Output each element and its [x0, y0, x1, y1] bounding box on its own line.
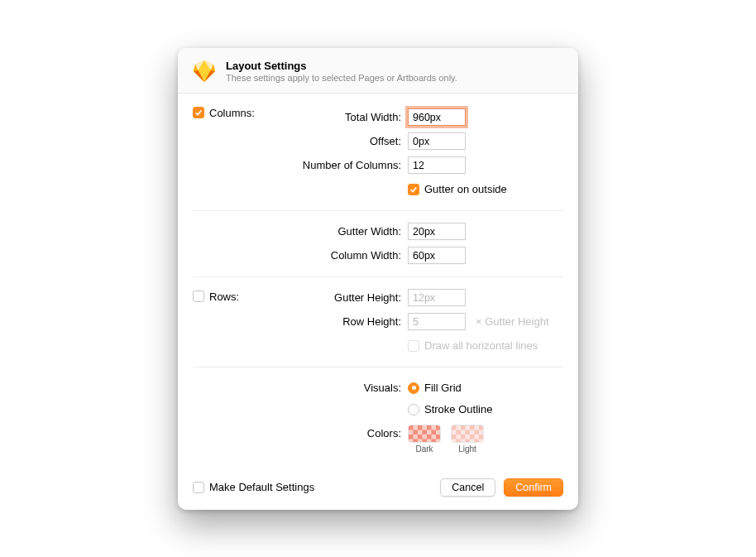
sketch-icon [191, 58, 218, 84]
num-columns-input[interactable] [408, 156, 466, 174]
dark-color-swatch[interactable] [408, 425, 441, 443]
layout-settings-sheet: Layout Settings These settings apply to … [178, 48, 578, 510]
dark-swatch-label: Dark [415, 444, 433, 454]
stroke-outline-label: Stroke Outline [424, 403, 492, 415]
row-height-input[interactable] [408, 313, 466, 330]
column-dims-section: Gutter Width: Column Width: [193, 210, 563, 276]
rows-section: Rows: Gutter Height: Row Height: × Gutte… [193, 276, 563, 367]
sheet-title: Layout Settings [226, 60, 457, 72]
light-swatch-label: Light [458, 444, 476, 454]
gutter-outside-label: Gutter on outside [424, 183, 507, 195]
fill-grid-label: Fill Grid [424, 382, 462, 394]
rows-label: Rows: [209, 291, 239, 303]
colors-label: Colors: [270, 425, 408, 439]
fill-grid-radio[interactable] [408, 382, 419, 394]
sheet-footer: Make Default Settings Cancel Confirm [178, 470, 578, 510]
sheet-subtitle: These settings apply to selected Pages o… [226, 73, 457, 83]
columns-label: Columns: [209, 107, 255, 119]
gutter-width-input[interactable] [408, 223, 466, 240]
rows-checkbox[interactable] [193, 291, 204, 302]
total-width-label: Total Width: [270, 111, 408, 123]
visuals-section: Visuals: Fill Grid Stroke Outline Colors… [193, 367, 563, 465]
num-columns-label: Number of Columns: [270, 159, 408, 171]
columns-section: Columns: Total Width: Offset: Number of … [193, 105, 563, 210]
confirm-button[interactable]: Confirm [504, 478, 563, 497]
make-default-label: Make Default Settings [209, 481, 314, 493]
row-height-label: Row Height: [270, 315, 408, 328]
gutter-height-label: Gutter Height: [270, 291, 408, 304]
gutter-outside-checkbox[interactable] [408, 184, 419, 195]
sheet-header: Layout Settings These settings apply to … [178, 48, 578, 94]
make-default-checkbox[interactable] [193, 482, 204, 493]
columns-checkbox[interactable] [193, 107, 204, 118]
stroke-outline-radio[interactable] [408, 404, 419, 415]
visuals-label: Visuals: [270, 382, 408, 394]
gutter-height-input[interactable] [408, 289, 466, 306]
offset-input[interactable] [408, 132, 466, 150]
gutter-width-label: Gutter Width: [270, 225, 408, 238]
light-color-swatch[interactable] [451, 425, 484, 443]
draw-lines-checkbox[interactable] [408, 340, 419, 352]
column-width-input[interactable] [408, 247, 466, 264]
draw-lines-label: Draw all horizontal lines [424, 339, 538, 352]
column-width-label: Column Width: [270, 249, 408, 262]
row-height-suffix: × Gutter Height [476, 315, 549, 328]
total-width-input[interactable] [408, 108, 466, 126]
cancel-button[interactable]: Cancel [440, 478, 495, 497]
offset-label: Offset: [270, 135, 408, 147]
